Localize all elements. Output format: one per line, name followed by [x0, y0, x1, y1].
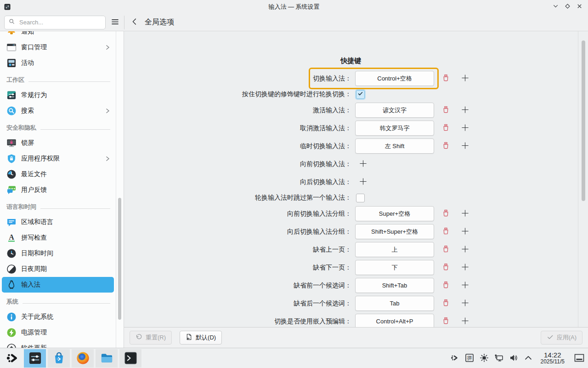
taskbar-app-launcher[interactable] — [3, 349, 22, 368]
tray-input-method-button[interactable]: 拼 — [465, 353, 474, 362]
checkbox-skip-first-input-method[interactable] — [356, 194, 365, 202]
add-shortcut-button[interactable] — [461, 264, 469, 272]
sidebar-item-search[interactable]: 搜索 — [2, 103, 114, 119]
taskbar-firefox[interactable] — [72, 349, 94, 368]
taskbar-konsole[interactable] — [119, 349, 141, 368]
delete-shortcut-button[interactable] — [441, 124, 450, 132]
add-shortcut-button[interactable] — [461, 210, 469, 218]
peek-desktop-button[interactable] — [574, 354, 584, 362]
shortcut-key-button[interactable]: Control+空格 — [355, 71, 434, 86]
sidebar-item-recent-files[interactable]: 最近文件 — [2, 167, 114, 182]
settings-app-icon — [4, 3, 11, 11]
delete-shortcut-button[interactable] — [441, 317, 450, 326]
sidebar-item-region-language[interactable]: 区域和语言 — [2, 214, 114, 230]
maximize-button[interactable] — [564, 3, 571, 11]
sidebar-item-night-color[interactable]: 日夜周期 — [2, 261, 114, 277]
sidebar-item-input-method[interactable]: 输入法 — [2, 277, 114, 293]
sidebar-scrollbar-thumb[interactable] — [118, 198, 121, 320]
delete-shortcut-button[interactable] — [441, 299, 450, 308]
search-box[interactable] — [4, 16, 106, 29]
add-shortcut-button[interactable] — [461, 228, 469, 236]
add-shortcut-button[interactable] — [461, 282, 469, 290]
add-shortcut-button[interactable] — [461, 317, 469, 326]
sidebar-item-about-system[interactable]: 关于此系统 — [2, 309, 114, 325]
taskbar-system-settings[interactable] — [24, 349, 46, 368]
sidebar-item-date-time[interactable]: 日期和时间 — [2, 246, 114, 261]
tray-display-button[interactable] — [494, 353, 503, 362]
trash-icon — [442, 74, 449, 83]
page-header: 全局选项 — [124, 17, 174, 28]
maximize-icon — [564, 3, 571, 11]
shortcut-key-button[interactable]: 左 Shift — [355, 138, 434, 154]
shortcut-key-button[interactable]: Shift+Super+空格 — [355, 224, 434, 239]
delete-shortcut-button[interactable] — [441, 228, 450, 236]
sidebar-item-label: 最近文件 — [21, 170, 111, 178]
plus-icon — [359, 160, 367, 169]
menu-button[interactable] — [110, 17, 120, 28]
add-shortcut-button[interactable] — [461, 124, 469, 132]
minimize-button[interactable] — [552, 3, 560, 11]
apply-button[interactable]: 应用(A) — [541, 331, 582, 345]
add-shortcut-button[interactable] — [359, 160, 367, 168]
taskbar-dolphin[interactable] — [96, 349, 118, 368]
reset-button[interactable]: 重置(R) — [130, 331, 172, 345]
tray-expand-button[interactable] — [524, 353, 533, 362]
delete-shortcut-button[interactable] — [441, 282, 450, 290]
setting-controls: 下 — [351, 260, 588, 275]
sidebar-item-screen-locking[interactable]: 锁屏 — [2, 135, 114, 151]
sidebar-item-software-update[interactable]: 软件更新 — [2, 340, 114, 348]
checkbox-enumerate-with-modifier[interactable] — [356, 90, 365, 99]
defaults-button-label: 默认(D) — [196, 334, 216, 342]
delete-shortcut-button[interactable] — [441, 106, 450, 115]
plus-icon — [461, 281, 469, 290]
add-shortcut-button[interactable] — [461, 75, 469, 83]
setting-controls — [351, 192, 588, 203]
tray-brightness-button[interactable] — [480, 353, 489, 362]
add-shortcut-button[interactable] — [461, 246, 469, 254]
add-shortcut-button[interactable] — [461, 299, 469, 308]
setting-controls: Control+Alt+P — [351, 314, 588, 327]
sidebar-item-window-management[interactable]: 窗口管理 — [2, 40, 114, 55]
defaults-button[interactable]: 默认(D) — [180, 331, 222, 345]
sidebar-item-app-permissions[interactable]: 应用程序权限 — [2, 151, 114, 167]
sidebar-item-general-behavior[interactable]: 常规行为 — [2, 87, 114, 103]
delete-shortcut-button[interactable] — [441, 264, 450, 272]
shortcut-key-button[interactable]: Tab — [355, 296, 434, 311]
delete-shortcut-button[interactable] — [441, 75, 450, 83]
back-button[interactable] — [130, 17, 140, 28]
spell-check-icon: A — [6, 233, 17, 243]
delete-shortcut-button[interactable] — [441, 246, 450, 254]
add-shortcut-button[interactable] — [461, 106, 469, 115]
content-scrollbar-thumb[interactable] — [582, 40, 585, 201]
shortcut-key-button[interactable]: 下 — [355, 260, 434, 275]
close-button[interactable] — [576, 3, 583, 11]
sidebar-section-header: 工作区 — [0, 71, 116, 87]
sidebar-item-user-feedback[interactable]: ★★★用户反馈 — [2, 182, 114, 198]
search-input[interactable] — [18, 18, 101, 26]
sidebar-section-label: 系统 — [6, 298, 18, 306]
undo-icon — [136, 334, 142, 342]
toolbar: 全局选项 — [0, 14, 588, 31]
add-shortcut-button[interactable] — [359, 178, 367, 186]
trash-icon — [442, 263, 449, 272]
sidebar-item-activities[interactable]: 活动 — [2, 55, 114, 71]
sidebar-item-label: 搜索 — [21, 107, 99, 115]
tray-volume-button[interactable] — [509, 353, 518, 362]
shortcut-key-button[interactable]: Shift+Tab — [355, 278, 434, 293]
shortcut-key-button[interactable]: 上 — [355, 242, 434, 257]
taskbar-discover[interactable] — [48, 349, 70, 368]
delete-shortcut-button[interactable] — [441, 142, 450, 150]
sidebar-item-notifications[interactable]: 通知 — [2, 31, 114, 40]
clock[interactable]: 14:22 2025/11/5 — [541, 351, 565, 365]
plus-icon — [461, 227, 469, 236]
shortcut-key-button[interactable]: Super+空格 — [355, 206, 434, 221]
sidebar-section-label: 工作区 — [6, 76, 24, 84]
tray-launcher-button[interactable] — [450, 353, 459, 362]
add-shortcut-button[interactable] — [461, 142, 469, 150]
shortcut-key-button[interactable]: Control+Alt+P — [355, 314, 434, 327]
shortcut-key-button[interactable]: 谚文汉字 — [355, 103, 434, 118]
delete-shortcut-button[interactable] — [441, 210, 450, 218]
sidebar-item-power-management[interactable]: 电源管理 — [2, 325, 114, 340]
shortcut-key-button[interactable]: 韩文罗马字 — [355, 121, 434, 136]
sidebar-item-spell-check[interactable]: A拼写检查 — [2, 230, 114, 246]
